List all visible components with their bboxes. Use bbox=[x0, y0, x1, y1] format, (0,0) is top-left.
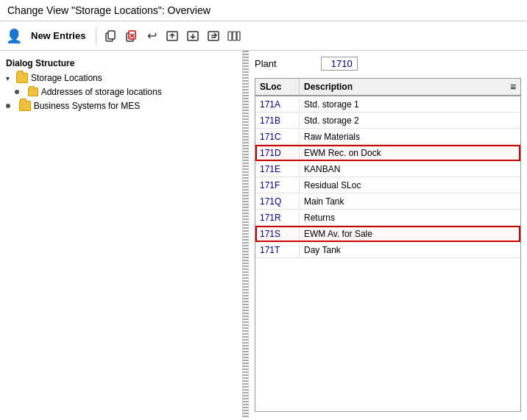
chevron-down-icon: ▾ bbox=[6, 74, 13, 82]
cell-sloc: 171R bbox=[255, 211, 300, 224]
sidebar: Dialog Structure ▾ Storage Locations Add… bbox=[0, 51, 243, 418]
resize-handle[interactable] bbox=[243, 51, 249, 418]
table-row[interactable]: 171FResidual SLoc bbox=[255, 177, 520, 193]
cell-sloc: 171D bbox=[255, 146, 300, 160]
plant-row: Plant 1710 bbox=[255, 57, 521, 71]
cell-sloc: 171B bbox=[255, 114, 300, 127]
plant-label: Plant bbox=[255, 58, 277, 69]
table-row[interactable]: 171EKANBAN bbox=[255, 161, 520, 177]
sidebar-label-business-systems: Business Systems for MES bbox=[34, 101, 141, 111]
column-header-description: Description bbox=[300, 79, 506, 95]
cell-description: Raw Materials bbox=[300, 130, 520, 143]
table-row[interactable]: 171CRaw Materials bbox=[255, 129, 520, 145]
main-content: Dialog Structure ▾ Storage Locations Add… bbox=[0, 51, 527, 418]
table-row[interactable]: 171QMain Tank bbox=[255, 193, 520, 210]
cell-description: EWM Rec. on Dock bbox=[300, 146, 520, 160]
dialog-structure-title: Dialog Structure bbox=[0, 55, 242, 71]
folder-icon-storage bbox=[16, 73, 28, 83]
cell-sloc: 171C bbox=[255, 130, 300, 143]
new-entries-button[interactable]: New Entries bbox=[26, 29, 90, 43]
cell-sloc: 171A bbox=[255, 98, 300, 111]
table-row[interactable]: 171RReturns bbox=[255, 210, 520, 226]
table-row[interactable]: 171TDay Tank bbox=[255, 242, 520, 258]
column-menu-icon[interactable]: ≡ bbox=[506, 79, 520, 94]
bullet-icon bbox=[15, 90, 19, 94]
right-panel: Plant 1710 SLoc Description ≡ 171AStd. s… bbox=[249, 51, 527, 418]
folder-icon-business bbox=[19, 101, 31, 111]
undo-icon[interactable]: ↩ bbox=[144, 28, 160, 44]
sidebar-item-storage-locations[interactable]: ▾ Storage Locations bbox=[0, 71, 242, 85]
storage-locations-table: SLoc Description ≡ 171AStd. storage 1171… bbox=[255, 78, 521, 412]
delete-icon[interactable] bbox=[123, 28, 139, 44]
sidebar-label-storage-locations: Storage Locations bbox=[31, 73, 102, 83]
cell-description: KANBAN bbox=[300, 163, 520, 176]
copy-icon[interactable] bbox=[102, 28, 119, 44]
cell-sloc: 171Q bbox=[255, 195, 300, 208]
new-entries-label: New Entries bbox=[31, 30, 85, 41]
toolbar-separator-1 bbox=[96, 27, 96, 45]
table-row[interactable]: 171DEWM Rec. on Dock bbox=[255, 145, 520, 161]
new-entries-icon[interactable]: 👤 bbox=[6, 28, 22, 44]
table-row[interactable]: 171BStd. storage 2 bbox=[255, 113, 520, 129]
svg-rect-10 bbox=[208, 32, 219, 40]
cell-sloc: 171T bbox=[255, 243, 300, 257]
plant-value: 1710 bbox=[321, 57, 358, 71]
sidebar-item-addresses[interactable]: Addresses of storage locations bbox=[0, 85, 242, 99]
cell-sloc: 171E bbox=[255, 163, 300, 176]
bullet-icon-2 bbox=[6, 104, 10, 108]
cell-sloc: 171S bbox=[255, 227, 300, 241]
import-icon[interactable] bbox=[185, 28, 201, 44]
page-title: Change View "Storage Locations": Overvie… bbox=[7, 4, 211, 16]
svg-rect-14 bbox=[233, 32, 236, 40]
table-body: 171AStd. storage 1171BStd. storage 2171C… bbox=[255, 96, 520, 411]
cell-description: Day Tank bbox=[300, 243, 520, 257]
cell-description: Std. storage 1 bbox=[300, 98, 520, 111]
table-row[interactable]: 171SEWM Av. for Sale bbox=[255, 226, 520, 242]
cell-sloc: 171F bbox=[255, 179, 300, 192]
svg-rect-13 bbox=[228, 32, 232, 40]
transport-icon[interactable] bbox=[205, 28, 222, 44]
export-left-icon[interactable] bbox=[164, 28, 180, 44]
column-header-sloc: SLoc bbox=[255, 79, 300, 95]
folder-icon-addresses bbox=[28, 88, 38, 96]
cell-description: Returns bbox=[300, 211, 520, 224]
cell-description: EWM Av. for Sale bbox=[300, 227, 520, 241]
table-row[interactable]: 171AStd. storage 1 bbox=[255, 96, 520, 113]
toolbar: 👤 New Entries ↩ bbox=[0, 21, 527, 51]
settings-icon[interactable] bbox=[226, 28, 242, 44]
sidebar-item-business-systems[interactable]: Business Systems for MES bbox=[0, 99, 242, 113]
cell-description: Residual SLoc bbox=[300, 179, 520, 192]
table-header: SLoc Description ≡ bbox=[255, 79, 520, 96]
title-bar: Change View "Storage Locations": Overvie… bbox=[0, 0, 527, 21]
cell-description: Main Tank bbox=[300, 195, 520, 208]
svg-rect-15 bbox=[237, 32, 240, 40]
cell-description: Std. storage 2 bbox=[300, 114, 520, 127]
sidebar-label-addresses: Addresses of storage locations bbox=[41, 87, 162, 97]
svg-rect-1 bbox=[108, 31, 115, 39]
